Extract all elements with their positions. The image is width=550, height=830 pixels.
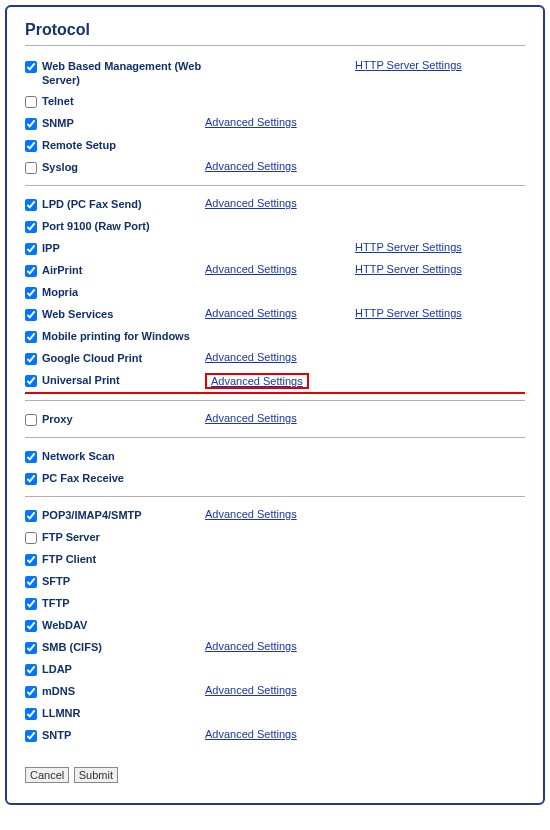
protocol-label: FTP Client xyxy=(42,552,96,566)
submit-button[interactable]: Submit xyxy=(74,767,118,783)
protocol-label: LDAP xyxy=(42,662,72,676)
protocol-label-col: Web Services xyxy=(25,307,205,321)
protocol-checkbox[interactable] xyxy=(25,554,37,566)
protocol-checkbox[interactable] xyxy=(25,331,37,343)
protocol-checkbox[interactable] xyxy=(25,414,37,426)
advanced-settings-link[interactable]: Advanced Settings xyxy=(205,197,297,209)
protocol-label-col: LLMNR xyxy=(25,706,205,720)
advanced-settings-link[interactable]: Advanced Settings xyxy=(205,640,297,652)
protocol-label: SNTP xyxy=(42,728,71,742)
http-server-settings-link[interactable]: HTTP Server Settings xyxy=(355,59,462,71)
protocol-label: SMB (CIFS) xyxy=(42,640,102,654)
protocol-checkbox[interactable] xyxy=(25,118,37,130)
protocol-label: WebDAV xyxy=(42,618,87,632)
protocol-checkbox[interactable] xyxy=(25,598,37,610)
protocol-checkbox[interactable] xyxy=(25,353,37,365)
protocol-checkbox[interactable] xyxy=(25,473,37,485)
protocol-label: POP3/IMAP4/SMTP xyxy=(42,508,142,522)
protocol-label-col: Google Cloud Print xyxy=(25,351,205,365)
protocol-checkbox[interactable] xyxy=(25,576,37,588)
protocol-label: Web Based Management (Web Server) xyxy=(42,59,205,88)
protocol-label-col: FTP Client xyxy=(25,552,205,566)
protocol-checkbox[interactable] xyxy=(25,664,37,676)
protocol-group: POP3/IMAP4/SMTPAdvanced SettingsFTP Serv… xyxy=(25,505,525,753)
protocol-row: LPD (PC Fax Send)Advanced Settings xyxy=(25,194,525,216)
http-server-settings-link[interactable]: HTTP Server Settings xyxy=(355,241,462,253)
protocol-checkbox[interactable] xyxy=(25,140,37,152)
protocol-label: PC Fax Receive xyxy=(42,471,124,485)
advanced-settings-link[interactable]: Advanced Settings xyxy=(205,116,297,128)
http-server-settings-link[interactable]: HTTP Server Settings xyxy=(355,263,462,275)
protocol-checkbox[interactable] xyxy=(25,532,37,544)
protocol-row: SFTP xyxy=(25,571,525,593)
protocol-label-col: Remote Setup xyxy=(25,138,205,152)
protocol-group: ProxyAdvanced Settings xyxy=(25,409,525,438)
protocol-label: TFTP xyxy=(42,596,70,610)
protocol-label: Telnet xyxy=(42,94,74,108)
protocol-label-col: PC Fax Receive xyxy=(25,471,205,485)
protocol-checkbox[interactable] xyxy=(25,730,37,742)
advanced-settings-link[interactable]: Advanced Settings xyxy=(211,375,303,387)
advanced-col: Advanced Settings xyxy=(205,412,355,424)
advanced-settings-link[interactable]: Advanced Settings xyxy=(205,351,297,363)
advanced-col: Advanced Settings xyxy=(205,508,355,520)
protocol-label: Mobile printing for Windows xyxy=(42,329,190,343)
protocol-row: mDNSAdvanced Settings xyxy=(25,681,525,703)
protocol-label: Web Services xyxy=(42,307,113,321)
advanced-settings-link[interactable]: Advanced Settings xyxy=(205,508,297,520)
protocol-label-col: Port 9100 (Raw Port) xyxy=(25,219,205,233)
button-bar: Cancel Submit xyxy=(25,765,525,783)
http-server-settings-link[interactable]: HTTP Server Settings xyxy=(355,307,462,319)
protocol-checkbox[interactable] xyxy=(25,221,37,233)
protocol-row: FTP Client xyxy=(25,549,525,571)
protocol-label-col: LDAP xyxy=(25,662,205,676)
advanced-settings-link[interactable]: Advanced Settings xyxy=(205,307,297,319)
protocol-checkbox[interactable] xyxy=(25,287,37,299)
protocol-checkbox[interactable] xyxy=(25,620,37,632)
protocol-checkbox[interactable] xyxy=(25,96,37,108)
protocol-checkbox[interactable] xyxy=(25,642,37,654)
protocol-label: AirPrint xyxy=(42,263,82,277)
protocol-checkbox[interactable] xyxy=(25,265,37,277)
protocol-row: TFTP xyxy=(25,593,525,615)
protocol-checkbox[interactable] xyxy=(25,243,37,255)
protocol-checkbox[interactable] xyxy=(25,708,37,720)
protocol-row: SNMPAdvanced Settings xyxy=(25,113,525,135)
protocol-checkbox[interactable] xyxy=(25,686,37,698)
advanced-col: Advanced Settings xyxy=(205,351,355,363)
protocol-row: ProxyAdvanced Settings xyxy=(25,409,525,431)
protocol-label-col: AirPrint xyxy=(25,263,205,277)
protocol-checkbox[interactable] xyxy=(25,162,37,174)
protocol-label-col: Proxy xyxy=(25,412,205,426)
advanced-settings-link[interactable]: Advanced Settings xyxy=(205,160,297,172)
protocol-row: Port 9100 (Raw Port) xyxy=(25,216,525,238)
protocol-checkbox[interactable] xyxy=(25,510,37,522)
protocol-checkbox[interactable] xyxy=(25,61,37,73)
protocol-panel: Protocol Web Based Management (Web Serve… xyxy=(5,5,545,805)
advanced-settings-link[interactable]: Advanced Settings xyxy=(205,684,297,696)
protocol-checkbox[interactable] xyxy=(25,309,37,321)
protocol-row: Network Scan xyxy=(25,446,525,468)
protocol-label: mDNS xyxy=(42,684,75,698)
protocol-label-col: Mopria xyxy=(25,285,205,299)
http-col: HTTP Server Settings xyxy=(355,307,462,319)
cancel-button[interactable]: Cancel xyxy=(25,767,69,783)
protocol-checkbox[interactable] xyxy=(25,375,37,387)
protocol-group: Web Based Management (Web Server)HTTP Se… xyxy=(25,56,525,186)
protocol-label-col: SFTP xyxy=(25,574,205,588)
protocol-checkbox[interactable] xyxy=(25,199,37,211)
protocol-row: AirPrintAdvanced SettingsHTTP Server Set… xyxy=(25,260,525,282)
protocol-row: POP3/IMAP4/SMTPAdvanced Settings xyxy=(25,505,525,527)
protocol-label-col: SNMP xyxy=(25,116,205,130)
advanced-settings-link[interactable]: Advanced Settings xyxy=(205,728,297,740)
advanced-col: Advanced Settings xyxy=(205,640,355,652)
protocol-label: FTP Server xyxy=(42,530,100,544)
advanced-settings-link[interactable]: Advanced Settings xyxy=(205,412,297,424)
protocol-checkbox[interactable] xyxy=(25,451,37,463)
protocol-label-col: Network Scan xyxy=(25,449,205,463)
protocol-label-col: POP3/IMAP4/SMTP xyxy=(25,508,205,522)
protocol-row: FTP Server xyxy=(25,527,525,549)
advanced-settings-link[interactable]: Advanced Settings xyxy=(205,263,297,275)
protocol-label: Google Cloud Print xyxy=(42,351,142,365)
protocol-row: PC Fax Receive xyxy=(25,468,525,490)
